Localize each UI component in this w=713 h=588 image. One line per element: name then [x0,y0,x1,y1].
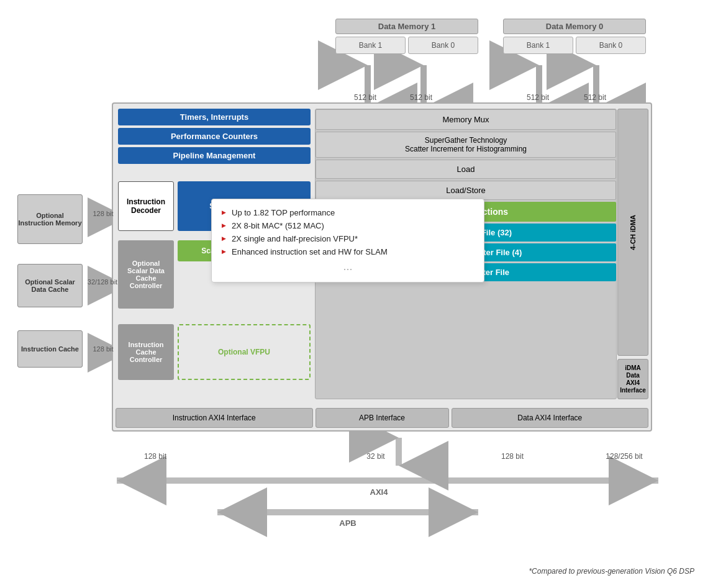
sg-tech-line2: Scatter Increment for Histogramming [405,145,527,153]
footnote: *Compared to previous-generation Vision … [529,567,694,576]
load-bar: Load [316,160,616,179]
data-memory-0-bank0: Bank 0 [576,37,646,54]
popup-list: Up to 1.82 TOP performance 2X 8-bit MAC*… [222,208,474,256]
popup-dots: ... [222,260,474,273]
memory-mux: Memory Mux [316,109,616,130]
data-memory-0-bank1: Bank 1 [503,37,573,54]
popup-item-0: Up to 1.82 TOP performance [222,208,474,217]
bit-label-m0b1: 512 bit [519,93,556,102]
data-memory-1-bank0: Bank 0 [408,37,478,54]
axi4-label: AXI4 [342,487,416,497]
idma-data-label: iDMA Data AXI4 Interface [619,364,647,394]
popup-item-3: Enhanced instruction set and HW for SLAM [222,247,474,256]
bit-instr-cache: 128 bit [84,345,122,353]
bottom-bit-1: 128 bit [134,452,177,461]
apb-label: APB [311,518,385,528]
bottom-bit-3: 128 bit [491,452,534,461]
apb-iface: APB Interface [316,408,449,428]
opt-scalar-cache-box: Optional Scalar Data Cache [17,264,83,307]
lowest-left-row: Instruction Cache Controller Optional VF… [118,324,311,380]
instr-cache-ctrl: Instruction Cache Controller [118,324,174,380]
popup-card: Up to 1.82 TOP performance 2X 8-bit MAC*… [211,199,484,283]
popup-item-1: 2X 8-bit MAC* (512 MAC) [222,221,474,230]
instr-decoder: Instruction Decoder [118,181,174,231]
data-memory-0-title: Data Memory 0 [503,19,646,34]
data-memory-1-group: Data Memory 1 Bank 1 Bank 0 [335,19,478,54]
data-memory-1-banks: Bank 1 Bank 0 [335,37,478,54]
idma-box: 4-CH iDMA [617,109,648,356]
data-memory-1-title: Data Memory 1 [335,19,478,34]
data-memory-1-bank1: Bank 1 [335,37,406,54]
sg-tech-line1: SuperGather Technology [425,136,507,145]
load-store-bar: Load/Store [316,181,616,200]
pipeline-bar: Pipeline Management [118,147,311,164]
perf-bar: Performance Counters [118,128,311,145]
bit-label-m1b1: 512 bit [347,93,384,102]
bottom-bit-4: 128/256 bit [596,452,652,461]
opt-vfpu: Optional VFPU [178,324,311,380]
idma-label: 4-CH iDMA [629,215,637,250]
data-memory-0-banks: Bank 1 Bank 0 [503,37,646,54]
data-memory-0-group: Data Memory 0 Bank 1 Bank 0 [503,19,646,54]
data-axi4-iface: Data AXI4 Interface [452,408,649,428]
timers-bar: Timers, Interrupts [118,109,311,125]
instr-axi4-iface: Instruction AXI4 Interface [116,408,313,428]
idma-data-box: iDMA Data AXI4 Interface [617,359,648,399]
opt-instr-mem-box: Optional Instruction Memory [17,194,83,244]
opt-scalar-cache-ctrl: Optional Scalar Data Cache Controller [118,240,174,309]
bottom-bit-2: 32 bit [357,452,394,461]
top-blue-bars: Timers, Interrupts Performance Counters … [118,109,311,166]
popup-item-2: 2X single and half-precision VFPU* [222,234,474,243]
bottom-interfaces: Instruction AXI4 Interface APB Interface… [116,408,648,428]
bit-label-m0b0: 512 bit [576,93,614,102]
bit-label-m1b0: 512 bit [402,93,440,102]
sg-tech: SuperGather Technology Scatter Increment… [316,132,616,158]
bit-opt-instr: 128 bit [84,210,122,217]
diagram-container: Data Memory 1 Bank 1 Bank 0 Data Memory … [6,6,707,582]
bit-opt-scalar: 32/128 bit [81,278,124,286]
instr-cache-box: Instruction Cache [17,330,83,368]
